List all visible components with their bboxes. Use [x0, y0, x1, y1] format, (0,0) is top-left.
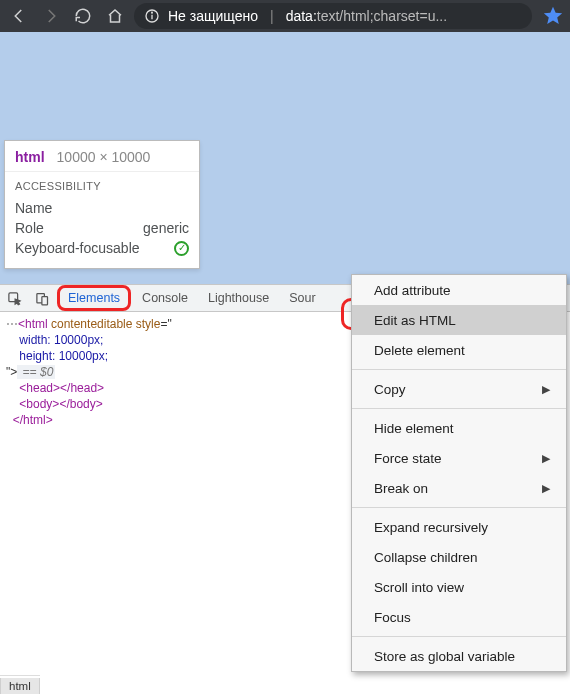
home-button[interactable] — [102, 3, 128, 29]
inspect-button[interactable] — [0, 284, 28, 312]
elements-breadcrumb: html — [0, 675, 40, 695]
ctx-copy[interactable]: Copy▶ — [352, 374, 566, 404]
tab-sources[interactable]: Sour — [279, 284, 325, 312]
tab-lighthouse[interactable]: Lighthouse — [198, 284, 279, 312]
omnibox[interactable]: Не защищено | data:text/html;charset=u..… — [134, 3, 532, 29]
info-icon — [144, 8, 160, 24]
ctx-expand-recursively[interactable]: Expand recursively — [352, 512, 566, 542]
url-text: data:text/html;charset=u... — [286, 8, 447, 24]
reload-button[interactable] — [70, 3, 96, 29]
security-text: Не защищено — [168, 8, 258, 24]
tooltip-dimensions: 10000 × 10000 — [57, 149, 151, 165]
device-toggle-button[interactable] — [28, 284, 56, 312]
ctx-focus[interactable]: Focus — [352, 602, 566, 632]
check-icon: ✓ — [174, 241, 189, 256]
ctx-add-attribute[interactable]: Add attribute — [352, 275, 566, 305]
ctx-scroll-into-view[interactable]: Scroll into view — [352, 572, 566, 602]
tooltip-role-label: Role — [15, 220, 44, 236]
tooltip-tag-name: html — [15, 149, 45, 165]
svg-rect-5 — [41, 296, 47, 304]
tab-elements[interactable]: Elements — [57, 285, 131, 311]
breadcrumb-html[interactable]: html — [0, 678, 40, 694]
ctx-separator — [352, 507, 566, 508]
forward-button[interactable] — [38, 3, 64, 29]
context-menu: Add attribute Edit as HTML Delete elemen… — [351, 274, 567, 672]
browser-toolbar: Не защищено | data:text/html;charset=u..… — [0, 0, 570, 32]
chevron-right-icon: ▶ — [542, 482, 550, 495]
element-tooltip: html 10000 × 10000 ACCESSIBILITY Name Ro… — [4, 140, 200, 269]
ctx-collapse-children[interactable]: Collapse children — [352, 542, 566, 572]
ctx-edit-as-html[interactable]: Edit as HTML — [352, 305, 566, 335]
chevron-right-icon: ▶ — [542, 383, 550, 396]
ctx-store-global[interactable]: Store as global variable — [352, 641, 566, 671]
svg-point-2 — [152, 12, 153, 13]
back-button[interactable] — [6, 3, 32, 29]
ctx-hide-element[interactable]: Hide element — [352, 413, 566, 443]
ctx-separator — [352, 369, 566, 370]
ctx-break-on[interactable]: Break on▶ — [352, 473, 566, 503]
chevron-right-icon: ▶ — [542, 452, 550, 465]
omnibox-separator: | — [266, 8, 278, 24]
ctx-separator — [352, 636, 566, 637]
tooltip-keyboard-label: Keyboard-focusable — [15, 240, 140, 256]
ctx-force-state[interactable]: Force state▶ — [352, 443, 566, 473]
tooltip-name-label: Name — [15, 200, 52, 216]
bookmark-star-icon[interactable] — [542, 5, 564, 27]
ctx-separator — [352, 408, 566, 409]
tooltip-role-value: generic — [143, 220, 189, 236]
tab-console[interactable]: Console — [132, 284, 198, 312]
tooltip-accessibility-heading: ACCESSIBILITY — [15, 180, 189, 192]
ctx-delete-element[interactable]: Delete element — [352, 335, 566, 365]
